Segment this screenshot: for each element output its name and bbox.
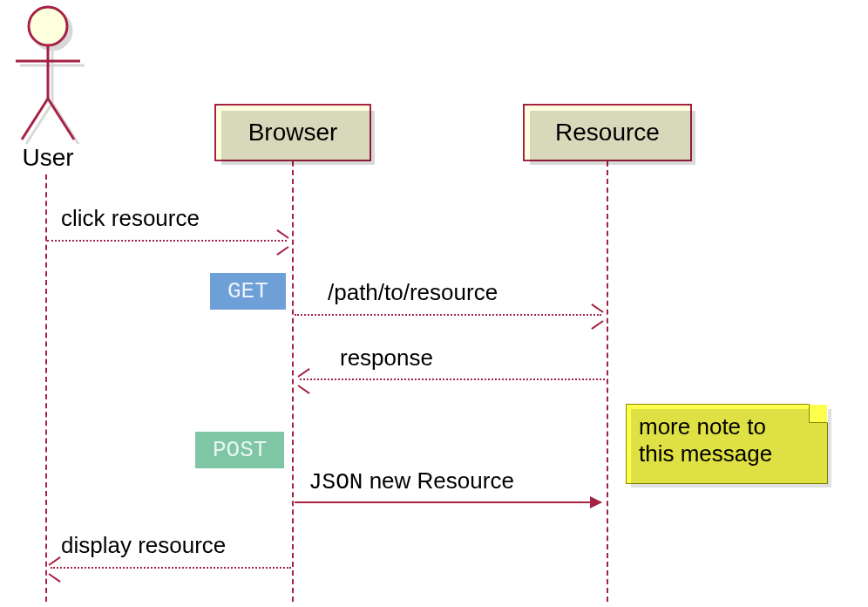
message-5-label: display resource: [61, 532, 226, 559]
badge-post: POST: [195, 432, 284, 468]
message-3-label: response: [340, 344, 433, 372]
actor-user: User: [9, 4, 87, 172]
message-5-arrow: [51, 567, 291, 569]
svg-line-4: [48, 99, 74, 140]
note-line-1: more note to: [639, 413, 815, 440]
svg-point-0: [29, 7, 67, 45]
badge-get: GET: [210, 273, 286, 310]
sequence-diagram: User Browser Resource click resource GET…: [0, 0, 868, 607]
message-4-prefix: JSON: [309, 469, 363, 495]
message-1-arrow: [47, 240, 287, 242]
message-4-label: JSON new Resource: [309, 467, 514, 495]
actor-user-label: User: [9, 144, 87, 172]
lifeline-browser: [292, 161, 294, 602]
note-line-2: this message: [639, 440, 815, 467]
message-3-arrow: [300, 379, 605, 380]
message-4-arrow: [295, 501, 601, 503]
participant-browser: Browser: [214, 104, 371, 161]
lifeline-resource: [607, 161, 608, 602]
participant-resource: Resource: [523, 104, 692, 161]
lifeline-user: [45, 174, 47, 602]
svg-line-3: [22, 99, 48, 140]
participant-browser-label: Browser: [216, 106, 370, 160]
message-1-label: click resource: [61, 205, 200, 232]
note-message-4: more note to this message: [626, 404, 828, 484]
participant-resource-label: Resource: [525, 106, 690, 160]
message-2-label: /path/to/resource: [328, 279, 498, 306]
message-2-arrow: [295, 314, 601, 316]
user-icon: [9, 4, 87, 144]
message-4-rest: new Resource: [363, 467, 513, 494]
